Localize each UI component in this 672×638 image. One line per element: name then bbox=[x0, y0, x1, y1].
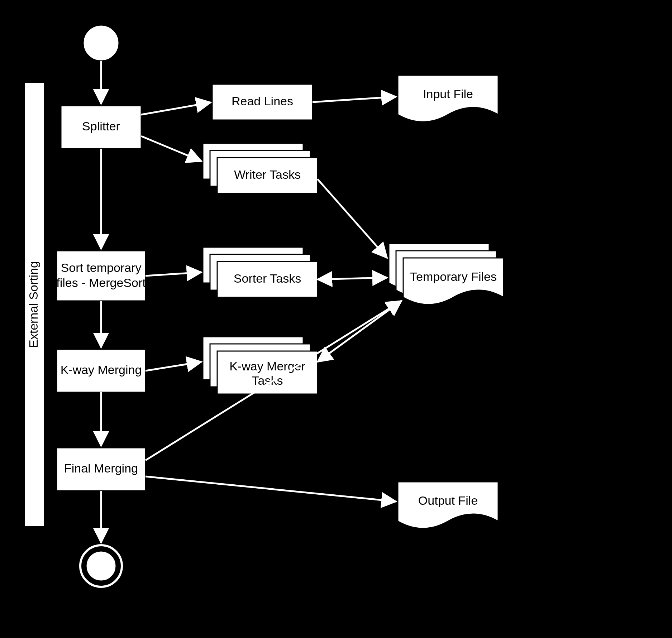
step-kway-label: K-way Merging bbox=[61, 363, 142, 376]
step-splitter: Splitter bbox=[61, 106, 141, 149]
task-sorter: Sorter Tasks bbox=[203, 247, 318, 297]
file-output-label: Output File bbox=[418, 494, 478, 507]
file-temp-label: Temporary Files bbox=[410, 270, 497, 283]
pipeline-title-bar: External Sorting bbox=[24, 82, 44, 527]
svg-point-2 bbox=[83, 25, 119, 61]
task-writer: Writer Tasks bbox=[203, 143, 318, 193]
end-node bbox=[80, 545, 122, 587]
step-final-merge-label: Final Merging bbox=[64, 461, 138, 475]
task-kway-merger: K-way Merger Tasks K-way Merger Tasks bbox=[203, 337, 323, 394]
task-read-lines-label: Read Lines bbox=[232, 94, 293, 108]
file-input-label: Input File bbox=[423, 87, 473, 101]
step-final-merge: Final Merging bbox=[57, 448, 146, 491]
task-writer-label: Writer Tasks bbox=[234, 168, 301, 181]
task-sorter-label: Sorter Tasks bbox=[234, 272, 301, 285]
task-read-lines: Read Lines bbox=[212, 84, 313, 120]
step-splitter-label: Splitter bbox=[82, 119, 120, 133]
svg-point-4 bbox=[86, 551, 116, 581]
step-kway: K-way Merging bbox=[57, 349, 146, 392]
start-node bbox=[83, 25, 119, 61]
